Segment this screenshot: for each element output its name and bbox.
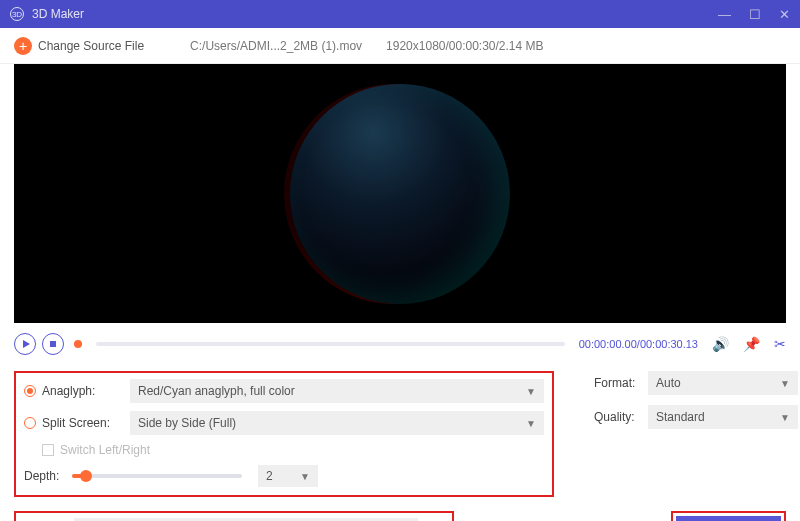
quality-value: Standard <box>656 410 705 424</box>
window-title: 3D Maker <box>32 7 84 21</box>
add-icon[interactable]: + <box>14 37 32 55</box>
toolbar: + Change Source File C:/Users/ADMI...2_2… <box>0 28 800 64</box>
generate-button[interactable]: Generate 3D <box>676 516 781 521</box>
titlebar: 3D 3D Maker — ☐ ✕ <box>0 0 800 28</box>
volume-icon[interactable]: 🔊 <box>712 336 729 352</box>
time-display: 00:00:00.00/00:00:30.13 <box>579 338 698 350</box>
anaglyph-label: Anaglyph: <box>42 384 130 398</box>
source-path: C:/Users/ADMI...2_2MB (1).mov <box>190 39 362 53</box>
format-value: Auto <box>656 376 681 390</box>
settings-area: Anaglyph: Red/Cyan anaglyph, full color … <box>14 371 786 497</box>
chevron-down-icon: ▼ <box>300 471 310 482</box>
depth-label: Depth: <box>24 469 72 483</box>
window-controls: — ☐ ✕ <box>718 7 790 22</box>
depth-dropdown[interactable]: 2 ▼ <box>258 465 318 487</box>
split-radio[interactable] <box>24 417 36 429</box>
app-logo-icon: 3D <box>10 7 24 21</box>
preview-frame <box>290 84 510 304</box>
bottom-bar: Save to: C:\Aiseesoft Studio\Ais...erter… <box>14 511 786 521</box>
anaglyph-value: Red/Cyan anaglyph, full color <box>138 384 295 398</box>
anaglyph-radio[interactable] <box>24 385 36 397</box>
change-source-button[interactable]: Change Source File <box>38 39 144 53</box>
anaglyph-dropdown[interactable]: Red/Cyan anaglyph, full color ▼ <box>130 379 544 403</box>
generate-wrap: Generate 3D <box>671 511 786 521</box>
transport-bar: 00:00:00.00/00:00:30.13 🔊 📌 ✂ <box>14 329 786 359</box>
source-meta: 1920x1080/00:00:30/2.14 MB <box>386 39 543 53</box>
split-label: Split Screen: <box>42 416 130 430</box>
depth-value: 2 <box>266 469 273 483</box>
playhead-marker-icon <box>74 340 82 348</box>
video-preview <box>14 64 786 323</box>
quality-label: Quality: <box>594 410 648 424</box>
switch-checkbox[interactable] <box>42 444 54 456</box>
snapshot-icon[interactable]: 📌 <box>743 336 760 352</box>
time-current: 00:00:00.00 <box>579 338 637 350</box>
slider-thumb[interactable] <box>80 470 92 482</box>
split-value: Side by Side (Full) <box>138 416 236 430</box>
chevron-down-icon: ▼ <box>780 412 790 423</box>
chevron-down-icon: ▼ <box>780 378 790 389</box>
format-dropdown[interactable]: Auto ▼ <box>648 371 798 395</box>
switch-label: Switch Left/Right <box>60 443 150 457</box>
format-label: Format: <box>594 376 648 390</box>
cut-icon[interactable]: ✂ <box>774 336 786 352</box>
stop-button[interactable] <box>42 333 64 355</box>
maximize-button[interactable]: ☐ <box>749 7 761 22</box>
depth-slider[interactable] <box>72 474 242 478</box>
close-button[interactable]: ✕ <box>779 7 790 22</box>
seek-slider[interactable] <box>96 342 565 346</box>
save-group: Save to: C:\Aiseesoft Studio\Ais...erter… <box>14 511 454 521</box>
time-total: 00:00:30.13 <box>640 338 698 350</box>
quality-dropdown[interactable]: Standard ▼ <box>648 405 798 429</box>
output-group: Format: Auto ▼ Quality: Standard ▼ <box>594 371 798 497</box>
minimize-button[interactable]: — <box>718 7 731 22</box>
mode-group: Anaglyph: Red/Cyan anaglyph, full color … <box>14 371 554 497</box>
chevron-down-icon: ▼ <box>526 418 536 429</box>
chevron-down-icon: ▼ <box>526 386 536 397</box>
play-button[interactable] <box>14 333 36 355</box>
split-dropdown[interactable]: Side by Side (Full) ▼ <box>130 411 544 435</box>
